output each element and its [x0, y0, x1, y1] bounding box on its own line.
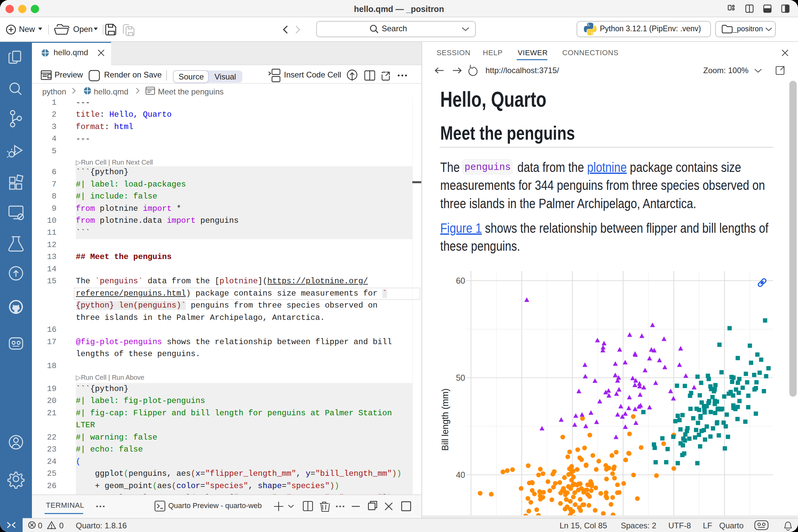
svg-text:40: 40 — [456, 470, 465, 479]
svg-text:50: 50 — [456, 373, 465, 382]
svg-text:60: 60 — [456, 276, 465, 285]
svg-text:Bill length (mm): Bill length (mm) — [440, 388, 450, 451]
